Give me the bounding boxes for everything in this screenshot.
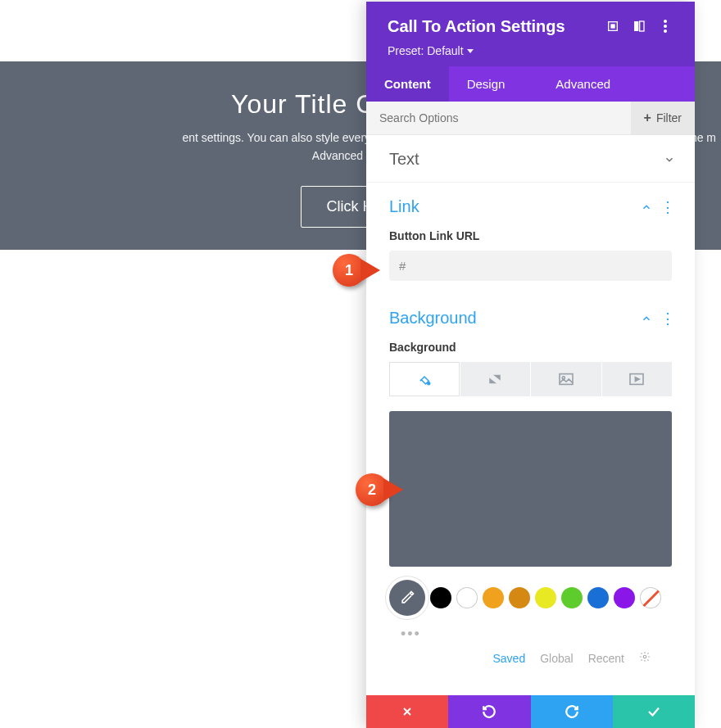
redo-button[interactable] xyxy=(531,695,613,728)
filter-button[interactable]: + Filter xyxy=(631,102,695,134)
palette-tab-saved[interactable]: Saved xyxy=(492,652,525,665)
search-bar: + Filter xyxy=(366,102,695,135)
chevron-up-icon xyxy=(641,201,652,213)
swatch-blue[interactable] xyxy=(587,587,609,608)
svg-rect-2 xyxy=(634,21,638,31)
swatch-none[interactable] xyxy=(640,587,661,608)
swatch-orange[interactable] xyxy=(483,587,504,608)
close-icon xyxy=(401,705,414,718)
color-swatch-row xyxy=(389,580,672,616)
gradient-icon xyxy=(487,372,502,387)
palette-tab-recent[interactable]: Recent xyxy=(588,652,624,665)
kebab-menu-icon[interactable] xyxy=(652,13,678,39)
more-options-icon[interactable]: ••• xyxy=(401,626,672,643)
annotation-callout-2: 2 xyxy=(356,473,388,506)
svg-point-6 xyxy=(664,29,667,33)
background-type-tabs xyxy=(389,362,672,396)
section-link-title: Link xyxy=(389,197,641,216)
panel-tabs: Content Design Advanced xyxy=(366,66,695,102)
section-background-header[interactable]: Background ⋮ xyxy=(366,294,695,341)
search-input[interactable] xyxy=(366,102,631,134)
panel-title: Call To Action Settings xyxy=(388,17,600,36)
panel-body: Text Link ⋮ Button Link URL Background ⋮… xyxy=(366,135,695,695)
palette-settings-icon[interactable] xyxy=(639,651,651,665)
settings-panel: Call To Action Settings Preset: Default … xyxy=(366,2,695,728)
palette-tab-global[interactable]: Global xyxy=(540,652,573,665)
section-background-menu-icon[interactable]: ⋮ xyxy=(660,314,675,323)
plus-icon: + xyxy=(644,111,651,125)
svg-point-13 xyxy=(643,655,646,658)
svg-point-5 xyxy=(664,25,667,28)
section-link-menu-icon[interactable]: ⋮ xyxy=(660,203,675,211)
svg-point-7 xyxy=(428,382,430,385)
layout-icon[interactable] xyxy=(626,13,652,39)
bg-tab-image[interactable] xyxy=(531,362,602,396)
annotation-callout-1: 1 xyxy=(333,254,365,287)
svg-rect-9 xyxy=(560,374,573,385)
section-background-title: Background xyxy=(389,309,641,328)
swatch-green[interactable] xyxy=(561,587,583,608)
tab-design[interactable]: Design xyxy=(449,66,524,102)
panel-footer xyxy=(366,695,695,728)
section-text-title: Text xyxy=(389,150,664,169)
background-color-preview[interactable] xyxy=(389,411,672,567)
svg-point-4 xyxy=(664,20,667,23)
palette-tabs: Saved Global Recent xyxy=(389,643,672,665)
panel-header: Call To Action Settings Preset: Default xyxy=(366,2,695,66)
swatch-yellow[interactable] xyxy=(535,587,556,608)
chevron-down-icon xyxy=(664,154,675,165)
bg-tab-gradient[interactable] xyxy=(460,362,532,396)
eyedropper-button[interactable] xyxy=(389,580,425,616)
svg-marker-12 xyxy=(636,378,640,382)
cancel-button[interactable] xyxy=(366,695,448,728)
swatch-purple[interactable] xyxy=(614,587,635,608)
redo-icon xyxy=(565,704,579,719)
bg-tab-color[interactable] xyxy=(389,362,460,396)
save-button[interactable] xyxy=(613,695,695,728)
video-icon xyxy=(628,373,645,386)
preset-dropdown[interactable]: Preset: Default xyxy=(388,44,474,57)
tab-advanced[interactable]: Advanced xyxy=(523,66,695,102)
undo-button[interactable] xyxy=(448,695,530,728)
paint-bucket-icon xyxy=(417,372,432,387)
chevron-up-icon xyxy=(641,313,652,324)
caret-down-icon xyxy=(467,49,474,53)
button-link-url-label: Button Link URL xyxy=(389,229,672,242)
eyedropper-icon xyxy=(399,590,415,606)
svg-rect-1 xyxy=(611,25,614,28)
check-icon xyxy=(646,704,661,719)
section-link-body: Button Link URL xyxy=(366,229,695,294)
expand-icon[interactable] xyxy=(600,13,626,39)
button-link-url-input[interactable] xyxy=(389,251,672,281)
swatch-black[interactable] xyxy=(430,587,451,608)
background-field-label: Background xyxy=(389,341,672,354)
section-link-header[interactable]: Link ⋮ xyxy=(366,183,695,229)
image-icon xyxy=(558,373,574,386)
undo-icon xyxy=(482,704,497,719)
bg-tab-video[interactable] xyxy=(602,362,673,396)
swatch-dark-orange[interactable] xyxy=(509,587,530,608)
section-background-body: Background xyxy=(366,341,695,678)
svg-rect-3 xyxy=(640,21,644,31)
swatch-white[interactable] xyxy=(456,587,478,608)
tab-content[interactable]: Content xyxy=(366,66,449,102)
section-text-header[interactable]: Text xyxy=(366,135,695,182)
